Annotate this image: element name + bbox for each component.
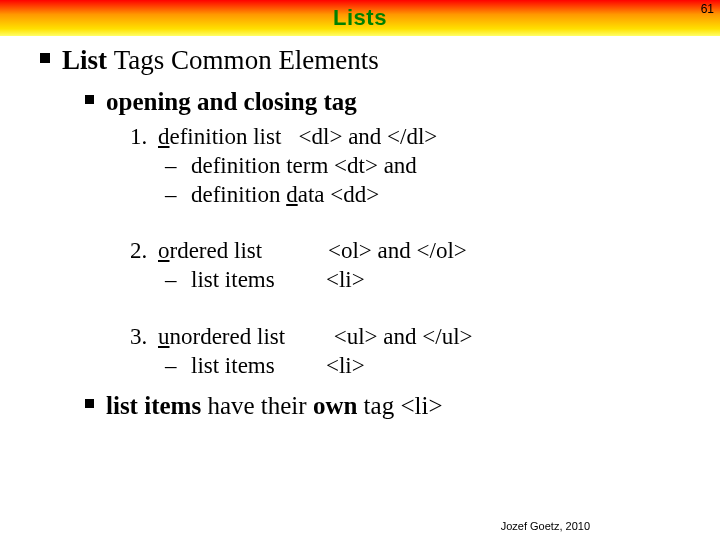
item2-d1-tags: <li> — [326, 267, 365, 292]
page-number: 61 — [701, 2, 714, 16]
item1-d2-pre: definition — [191, 182, 286, 207]
heading-text: List Tags Common Elements — [62, 44, 379, 78]
item2-tags: <ol> and </ol> — [328, 238, 467, 263]
closing-text: list items have their own tag <li> — [106, 390, 443, 421]
item-body: unordered list <ul> and </ul> — [158, 323, 700, 352]
item1-label-rest: efinition list — [170, 124, 282, 149]
ordered-item-3: 3. unordered list <ul> and </ul> — [130, 323, 700, 352]
closing-p2: tag <li> — [364, 392, 443, 419]
bullet-square-icon — [85, 399, 94, 408]
ordered-item-1: 1. definition list <dl> and </dl> — [130, 123, 700, 152]
subheading-text: opening and closing tag — [106, 86, 357, 117]
dash-icon: – — [165, 181, 191, 210]
item3-underline: u — [158, 324, 170, 349]
item3-d1-label: list items — [191, 352, 326, 381]
item2-d1-label: list items — [191, 266, 326, 295]
item3-sub1-text: list items<li> — [191, 352, 700, 381]
dash-icon: – — [165, 352, 191, 381]
slide-title: Lists — [333, 5, 387, 31]
item3-sub1: – list items<li> — [165, 352, 700, 381]
closing-p1: have their — [207, 392, 313, 419]
item-body: ordered list<ol> and </ol> — [158, 237, 700, 266]
heading-plain: Tags Common Elements — [114, 45, 379, 75]
heading-row: List Tags Common Elements — [40, 44, 700, 78]
item-number: 1. — [130, 123, 158, 152]
item2-sub1-text: list items<li> — [191, 266, 700, 295]
item-number: 3. — [130, 323, 158, 352]
item1-sub1: – definition term <dt> and — [165, 152, 700, 181]
heading-bold: List — [62, 45, 114, 75]
item3-tags: <ul> and </ul> — [328, 324, 473, 349]
bullet-square-icon — [40, 53, 50, 63]
item3-label-rest: nordered list — [170, 324, 286, 349]
item-number: 2. — [130, 237, 158, 266]
item2-sub1: – list items<li> — [165, 266, 700, 295]
item1-underline: d — [158, 124, 170, 149]
item2-underline: o — [158, 238, 170, 263]
closing-b1: list items — [106, 392, 207, 419]
dash-icon: – — [165, 266, 191, 295]
footer-text: Jozef Goetz, 2010 — [501, 520, 590, 532]
bullet-square-icon — [85, 95, 94, 104]
ordered-item-2: 2. ordered list<ol> and </ol> — [130, 237, 700, 266]
content-area: List Tags Common Elements opening and cl… — [0, 36, 720, 422]
item3-d1-tags: <li> — [326, 353, 365, 378]
item2-label-rest: rdered list — [170, 238, 263, 263]
item1-d2-underline: d — [286, 182, 298, 207]
title-bar: Lists — [0, 0, 720, 36]
closing-row: list items have their own tag <li> — [85, 390, 700, 421]
subheading-row: opening and closing tag — [85, 86, 700, 117]
item-body: definition list <dl> and </dl> — [158, 123, 700, 152]
closing-b2: own — [313, 392, 364, 419]
item1-d2-rest: ata <dd> — [298, 182, 380, 207]
item1-sub2: – definition data <dd> — [165, 181, 700, 210]
item1-tags: <dl> and </dl> — [281, 124, 437, 149]
item1-sub1-text: definition term <dt> and — [191, 152, 700, 181]
item1-sub2-text: definition data <dd> — [191, 181, 700, 210]
dash-icon: – — [165, 152, 191, 181]
